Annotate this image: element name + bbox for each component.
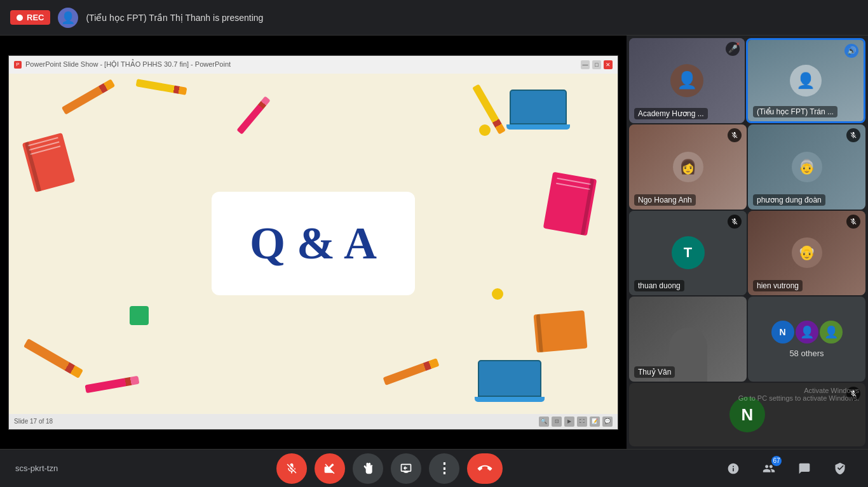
ppt-bottom-icons: 🔍 ⊡ ▶ ⛶ 📝 💬 [539,417,613,427]
participants-row-4: Thuỷ Vân N 👤 👤 58 others [629,297,865,382]
mute-icon-ngo [728,128,742,142]
ppt-title-text: PowerPoint Slide Show - [HỘI THẢO PHHS 3… [25,60,577,69]
participant-tile-huong: 👤 🎤✕ Academy Hương ... [629,38,745,123]
slide-content: Q & A [9,74,618,414]
hien-avatar: 👴 [792,237,822,268]
hand-raise-button[interactable] [353,453,383,484]
deco-pencil-7 [383,358,439,385]
participant-tile-hien: 👴 hien vutrong [748,211,865,296]
video-button[interactable] [315,453,345,484]
info-button[interactable] [721,456,746,481]
tile-name-thuy: Thuỷ Vân [634,366,675,378]
end-call-button[interactable] [467,453,503,484]
ppt-notes-icon[interactable]: 📝 [590,417,600,427]
people-button[interactable]: 67 [756,456,782,481]
ppt-maximize-button[interactable]: □ [592,60,601,69]
participant-tile-others[interactable]: N 👤 👤 58 others [748,297,865,382]
rec-dot [17,15,23,21]
controls: ⋮ [276,453,503,484]
deco-laptop-2 [478,360,541,401]
bottom-bar: scs-pkrt-tzn ⋮ 67 [0,449,868,487]
activities-button[interactable] [827,456,853,481]
right-controls: 67 [721,456,853,481]
mute-icon-huong: 🎤✕ [726,42,740,56]
participant-tile-ngo: 👩 Ngo Hoang Anh [629,124,747,210]
ppt-bottom-bar: Slide 17 of 18 🔍 ⊡ ▶ ⛶ 📝 💬 [9,414,618,429]
tile-name-phuong: phương dung đoàn [753,194,825,206]
participant-tile-phuong: 👵 phương dung đoàn [748,124,865,210]
presenter-text: (Tiểu học FPT) Trần Thị Thanh is present… [86,13,263,23]
others-avatar-3: 👤 [820,321,843,344]
ppt-logo-icon: P [14,61,22,69]
participant-tile-tran: 👤 🔊 (Tiểu học FPT) Trán ... [746,38,865,123]
others-count-label: 58 others [789,349,824,358]
mute-icon-hien [846,215,860,229]
participants-row-1: 👤 🎤✕ Academy Hương ... 👤 [629,38,865,123]
you-avatar: N [729,397,765,432]
more-options-button[interactable]: ⋮ [429,453,459,484]
tile-name-tran: (Tiểu học FPT) Trán ... [753,106,837,117]
presentation-area: P PowerPoint Slide Show - [HỘI THẢO PHHS… [0,36,627,449]
slide-qna-box: Q & A [212,192,415,295]
ngo-avatar: 👩 [673,152,703,182]
others-avatar-1: N [771,321,794,344]
chat-button[interactable] [792,456,817,481]
ppt-window-buttons: — □ ✕ [581,60,613,69]
slide-qna-text: Q & A [250,218,377,269]
ppt-fullscreen-icon[interactable]: ⛶ [577,417,587,427]
tran-avatar-circle: 👤 [790,65,822,97]
you-row: N Activate Windows Go to PC settings to … [629,383,865,446]
you-initial: N [742,405,754,425]
deco-sharpener-1 [130,306,149,325]
ppt-comment-icon[interactable]: 💬 [602,417,613,427]
ppt-zoom-icon[interactable]: 🔍 [539,417,549,427]
top-bar: REC 👤 (Tiểu học FPT) Trần Thị Thanh is p… [0,0,868,36]
deco-notebook-2 [543,171,597,236]
deco-pencil-4 [24,338,83,378]
ppt-minimize-button[interactable]: — [581,60,590,69]
deco-pencil-5 [85,375,140,393]
tile-name-ngo: Ngo Hoang Anh [634,194,696,206]
main-area: P PowerPoint Slide Show - [HỘI THẢO PHHS… [0,36,868,449]
participant-tile-thuan: T thuan duong [629,211,747,296]
deco-coin-1 [479,124,491,136]
ppt-close-button[interactable]: ✕ [604,60,613,69]
ppt-fit-icon[interactable]: ⊡ [552,417,562,427]
tile-name-hien: hien vutrong [753,280,803,291]
mute-icon-thuan [728,215,742,229]
you-tile: N Activate Windows Go to PC settings to … [629,383,865,446]
participants-row-2: 👩 Ngo Hoang Anh 👵 phương dung đoàn [629,124,865,210]
avatar-huong: 👤 [670,64,703,97]
deco-notebook-1 [22,132,75,192]
thuan-avatar: T [672,236,705,269]
rec-badge: REC [10,10,50,25]
rec-label: REC [27,13,44,22]
others-avatars-group: N 👤 👤 [771,321,843,344]
people-count-badge: 67 [771,456,782,466]
deco-book-1 [534,310,588,352]
participant-tile-thuy: Thuỷ Vân [629,297,747,382]
you-mute-icon [846,387,860,401]
deco-coin-2 [492,288,503,300]
speaking-icon-tran: 🔊 [844,44,858,58]
presenter-avatar: 👤 [58,8,78,28]
ppt-window: P PowerPoint Slide Show - [HỘI THẢO PHHS… [8,55,618,430]
ppt-title-bar: P PowerPoint Slide Show - [HỘI THẢO PHHS… [9,56,618,74]
you-tile-inner: N [629,383,865,446]
deco-pencil-2 [136,79,187,95]
phuong-avatar: 👵 [792,152,822,182]
slide-counter: Slide 17 of 18 [14,418,53,425]
share-screen-button[interactable] [391,453,421,484]
deco-pencil-3 [236,96,270,135]
others-avatar-2: 👤 [796,321,818,344]
tile-video-others: N 👤 👤 58 others [748,297,865,382]
deco-laptop-1 [510,90,567,128]
participants-panel: 👤 🎤✕ Academy Hương ... 👤 [627,36,868,449]
ppt-view-icon[interactable]: ▶ [564,417,574,427]
participants-row-3: T thuan duong 👴 hien vutrong [629,211,865,296]
tile-name-thuan: thuan duong [634,280,684,291]
meeting-code: scs-pkrt-tzn [15,464,58,473]
mute-button[interactable] [276,453,307,484]
tile-name-huong: Academy Hương ... [634,108,708,119]
deco-pencil-1 [62,79,115,114]
